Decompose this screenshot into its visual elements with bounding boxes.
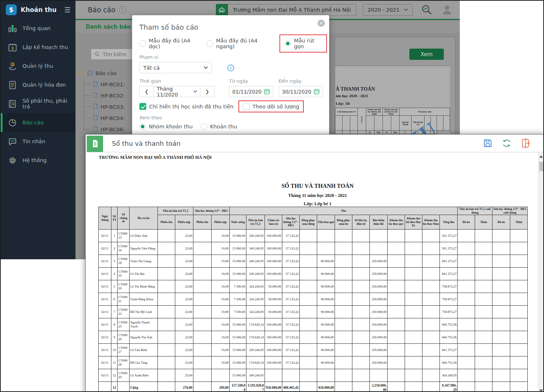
table-row: 02/112CT000 16Nguyễn Tiến Dũng23,0019,00…	[99, 242, 528, 255]
save-icon[interactable]	[483, 138, 493, 148]
pie-chart-icon	[8, 118, 17, 128]
collapse-icon[interactable]	[87, 71, 93, 76]
table-cell: 37.133,22	[282, 356, 300, 369]
tree-item-report[interactable]: HP-BC04:	[83, 112, 125, 124]
sidebar-item-ledger-book[interactable]: $Số phải thu, phải trả	[1, 94, 75, 113]
export-close-icon[interactable]	[520, 138, 531, 148]
prev-month-button[interactable]: ❮	[140, 86, 154, 97]
calendar-money-icon: $	[8, 42, 17, 52]
table-cell: 19,00	[212, 280, 230, 293]
radio-icon[interactable]	[206, 40, 213, 47]
radio-selected-icon[interactable]	[285, 40, 291, 47]
table-cell: 841.373,27	[440, 255, 458, 268]
school-year-dropdown[interactable]: 2020 - 2021	[363, 4, 413, 16]
table-cell: 23,00	[175, 255, 193, 268]
checkbox-quantity-highlighted[interactable]: Theo dõi số lượng	[238, 100, 304, 112]
table-cell	[212, 369, 230, 382]
tree-item-report[interactable]: HP-BC01:	[83, 79, 125, 90]
table-cell	[317, 369, 335, 382]
table-cell	[282, 369, 300, 382]
table-cell: 408.465,42	[282, 382, 300, 392]
month-select[interactable]: Tháng 11/2020	[154, 86, 200, 97]
sidebar-item-hand-coin[interactable]: $Quản lý thu	[1, 57, 75, 75]
table-cell: Cộng	[130, 382, 158, 392]
report-file-icon	[93, 81, 98, 88]
view-report-button[interactable]: Xem	[409, 49, 444, 60]
radio-icon[interactable]	[201, 123, 207, 130]
radio-group-by-category[interactable]: Nhóm khoản thu	[139, 123, 193, 130]
table-subheader-cell: Phiếu tồn	[193, 215, 212, 230]
table-cell	[475, 382, 492, 392]
table-cell	[510, 293, 528, 306]
table-cell	[475, 268, 492, 280]
scroll-down-arrow[interactable]	[539, 389, 543, 392]
svg-text:$: $	[11, 46, 14, 50]
radio-compact-highlighted[interactable]: Mẫu rút gọn	[279, 34, 327, 53]
scroll-thumb[interactable]	[539, 162, 543, 171]
table-cell: 349.240,05	[246, 230, 265, 242]
table-cell: 250.000,00	[370, 331, 388, 344]
vertical-scrollbar[interactable]	[538, 152, 544, 392]
table-cell	[317, 230, 335, 242]
report-viewer-window: Sổ thu và thanh toán TRƯỜNG MẦM NON ĐẠI …	[85, 134, 544, 392]
preview-doc-title-fragment: À THANH TOÁN	[336, 86, 375, 92]
table-header-cell: Sữa học đường 1/2* - HK1	[193, 207, 230, 215]
help-icon[interactable]: ?	[119, 6, 127, 14]
to-date-input[interactable]: 30/11/2020	[279, 86, 323, 97]
radio-by-item[interactable]: Khoản thu	[201, 123, 237, 130]
table-cell	[300, 280, 317, 293]
table-cell: 349.240,05	[246, 268, 265, 280]
table-cell	[475, 280, 492, 293]
sidebar-item-label: Quản lý thu	[23, 63, 53, 69]
radio-full-landscape[interactable]: Mẫu đầy đủ (A4 ngang)	[206, 38, 271, 49]
table-cell: 37.133,22	[282, 230, 300, 242]
table-cell	[510, 318, 528, 331]
table-cell	[193, 369, 212, 382]
hamburger-icon[interactable]: ☰	[64, 7, 70, 13]
refresh-icon[interactable]	[502, 138, 512, 148]
radio-icon[interactable]	[139, 40, 146, 47]
next-month-button[interactable]: ❯	[200, 86, 214, 97]
table-cell	[422, 306, 440, 318]
checkbox-unchecked-icon[interactable]	[243, 103, 250, 110]
table-cell	[193, 344, 212, 356]
table-cell: 209,00	[212, 382, 230, 392]
sidebar-item-chat-bubble[interactable]: Tin nhắn	[1, 132, 75, 151]
sidebar-item-gear[interactable]: Hệ thống	[1, 151, 75, 170]
radio-selected-icon[interactable]	[139, 123, 146, 130]
tree-item-report[interactable]: HP-BC06:	[83, 124, 125, 135]
home-icon[interactable]	[216, 4, 228, 16]
checkbox-checked-icon[interactable]	[139, 103, 146, 110]
tree-item-report[interactable]: HP-BC03:	[83, 101, 125, 112]
info-icon[interactable]	[227, 64, 234, 71]
sidebar-item-pie-chart[interactable]: Báo cáo	[1, 113, 75, 132]
scope-select[interactable]: Tất cả	[139, 62, 212, 73]
table-cell: 50.000,00	[265, 306, 282, 318]
table-cell	[193, 306, 212, 318]
table-cell	[422, 318, 440, 331]
table-cell: 19,00	[212, 255, 230, 268]
table-cell	[193, 356, 212, 369]
avatar[interactable]	[441, 4, 453, 16]
from-date-input[interactable]: 01/11/2020	[229, 86, 273, 97]
radio-full-portrait[interactable]: Mẫu đầy đủ (A4 dọc)	[139, 38, 197, 49]
scroll-up-arrow[interactable]	[539, 155, 543, 158]
tree-item-report[interactable]: HP-BC02:	[83, 90, 125, 101]
search-trend-icon[interactable]	[421, 4, 433, 16]
table-cell	[422, 280, 440, 293]
table-cell	[352, 369, 370, 382]
table-subheader-cell: Bảo hiểm thân thể	[370, 215, 388, 230]
sidebar-item-bar-chart[interactable]: Tổng quan	[1, 19, 75, 38]
close-icon[interactable]: ✕	[318, 20, 325, 27]
checkbox-paid-only[interactable]: Chỉ hiển thị học sinh đã thu tiền	[139, 103, 233, 110]
table-cell	[193, 382, 212, 392]
table-cell: 157.500,00	[230, 382, 246, 392]
table-cell	[352, 293, 370, 306]
tree-root[interactable]: Báo cáo	[78, 68, 125, 79]
sidebar-item-calendar-money[interactable]: $Lập kế hoạch thu	[1, 38, 75, 57]
table-cell	[388, 344, 405, 356]
school-selector[interactable]: Trường Mầm non Đại Mỗ A Thành phố Hà Nội	[228, 4, 356, 16]
table-cell	[352, 331, 370, 344]
sidebar-item-invoice[interactable]: Quản lý hóa đơn	[1, 75, 75, 94]
table-cell: 37.133,22	[282, 344, 300, 356]
